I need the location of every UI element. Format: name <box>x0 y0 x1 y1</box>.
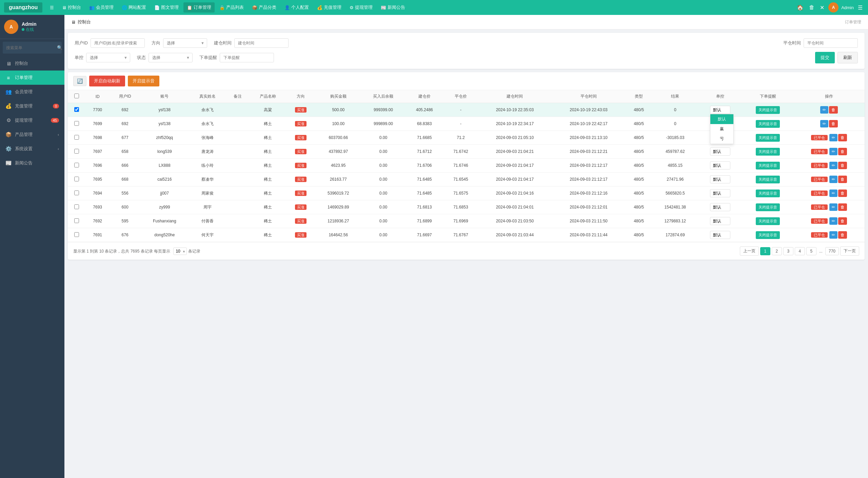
nav-personal[interactable]: 👤 个人配置 <box>281 2 312 13</box>
prev-page-button[interactable]: 上一页 <box>740 246 759 256</box>
reminder-button[interactable]: 关闭提示音 <box>756 162 780 170</box>
page-1-button[interactable]: 1 <box>760 247 770 255</box>
delete-button[interactable]: 🗑 <box>838 176 847 183</box>
nav-site-config[interactable]: 🌐 网站配置 <box>118 2 150 13</box>
single-ctrl-select[interactable]: 默认赢亏 <box>710 217 730 225</box>
search-input[interactable] <box>6 45 57 50</box>
nav-products[interactable]: 🔒 产品列表 <box>216 2 247 13</box>
nav-delete-icon[interactable]: 🗑 <box>808 3 816 12</box>
delete-button[interactable]: 🗑 <box>829 106 838 114</box>
nav-article[interactable]: 📄 图文管理 <box>151 2 182 13</box>
row-checkbox[interactable] <box>74 135 79 140</box>
reminder-button[interactable]: 关闭提示音 <box>756 231 780 239</box>
build-time-input[interactable] <box>234 38 289 48</box>
nav-members[interactable]: 👥 会员管理 <box>86 2 117 13</box>
single-ctrl-select[interactable]: 默认赢亏 <box>710 175 730 183</box>
single-ctrl-select[interactable]: 默认赢亏 <box>710 203 730 211</box>
dropdown-item[interactable]: 赢 <box>710 124 733 134</box>
single-ctrl-select[interactable]: 默认赢亏 <box>710 161 730 170</box>
reminder-button[interactable]: 关闭提示音 <box>756 106 780 114</box>
row-checkbox[interactable] <box>74 163 79 167</box>
user-id-input[interactable] <box>91 38 145 48</box>
refresh-button[interactable]: 刷新 <box>837 52 858 63</box>
sidebar-item-dashboard[interactable]: 🖥 控制台 <box>0 56 64 71</box>
row-checkbox[interactable] <box>74 191 79 195</box>
page-770-button[interactable]: 770 <box>825 247 839 255</box>
nav-dashboard[interactable]: 🖥 控制台 <box>59 2 84 13</box>
delete-button[interactable]: 🗑 <box>838 162 847 169</box>
sidebar-item-system[interactable]: ⚙️ 系统设置 ‹ <box>0 142 64 156</box>
nav-news[interactable]: 📰 新闻公告 <box>377 2 409 13</box>
single-ctrl-select[interactable]: 默认赢亏 <box>710 231 730 239</box>
next-page-button[interactable]: 下一页 <box>840 246 859 256</box>
reminder-button[interactable]: 关闭提示音 <box>756 120 780 128</box>
reminder-button[interactable]: 关闭提示音 <box>756 134 780 142</box>
sidebar-item-withdraw[interactable]: ⚙ 提现管理 45 <box>0 113 64 127</box>
single-ctrl-select[interactable]: 默认赢亏 <box>710 189 730 197</box>
edit-button[interactable]: ✏ <box>820 106 828 114</box>
nav-menu-toggle[interactable]: ☰ <box>46 3 57 12</box>
dropdown-item[interactable]: 默认 <box>710 114 733 124</box>
reminder-button[interactable]: 关闭提示音 <box>756 203 780 211</box>
edit-button[interactable]: ✏ <box>829 203 837 211</box>
status-select[interactable]: 选择 已平仓 持仓中 <box>149 53 193 62</box>
reminder-button[interactable]: 关闭提示音 <box>756 190 780 197</box>
edit-button[interactable]: ✏ <box>829 217 837 225</box>
auto-refresh-button[interactable]: 开启自动刷新 <box>89 76 125 86</box>
reminder-button[interactable]: 关闭提示音 <box>756 217 780 225</box>
close-time-input[interactable] <box>804 38 858 48</box>
reminder-button[interactable]: 关闭提示音 <box>756 148 780 156</box>
row-checkbox[interactable] <box>74 121 79 126</box>
single-ctrl-select[interactable]: 默认赢亏 <box>710 106 730 114</box>
delete-button[interactable]: 🗑 <box>838 231 847 239</box>
sidebar-item-orders[interactable]: ≡ 订单管理 <box>0 71 64 85</box>
row-checkbox[interactable] <box>74 107 79 112</box>
delete-button[interactable]: 🗑 <box>829 120 838 127</box>
row-checkbox[interactable] <box>74 204 79 209</box>
sidebar-item-product-mgmt[interactable]: 📦 产品管理 ‹ <box>0 127 64 142</box>
page-5-button[interactable]: 5 <box>806 247 816 255</box>
nav-orders[interactable]: 📋 订单管理 <box>183 2 215 13</box>
edit-button[interactable]: ✏ <box>829 134 837 141</box>
row-checkbox[interactable] <box>74 177 79 181</box>
nav-home-icon[interactable]: 🏠 <box>795 3 805 12</box>
nav-categories[interactable]: 📦 产品分类 <box>249 2 280 13</box>
single-ctrl-dropdown-wrapper[interactable]: 默认赢亏默认赢亏 <box>710 106 730 114</box>
select-all-checkbox[interactable] <box>74 94 79 98</box>
edit-button[interactable]: ✏ <box>820 120 828 127</box>
delete-button[interactable]: 🗑 <box>838 134 847 141</box>
delete-button[interactable]: 🗑 <box>838 203 847 211</box>
row-checkbox[interactable] <box>74 149 79 154</box>
nav-settings-icon[interactable]: ☰ <box>856 3 864 12</box>
sidebar-search[interactable]: 🔍 <box>3 42 62 54</box>
row-checkbox[interactable] <box>74 232 79 237</box>
sidebar-item-news[interactable]: 📰 新闻公告 <box>0 156 64 170</box>
delete-button[interactable]: 🗑 <box>838 148 847 155</box>
nav-recharge[interactable]: 💰 充值管理 <box>314 2 345 13</box>
edit-button[interactable]: ✏ <box>829 176 837 183</box>
table-refresh-button[interactable]: 🔄 <box>73 76 86 86</box>
nav-withdraw[interactable]: ⚙ 提现管理 <box>346 2 376 13</box>
direction-select[interactable]: 选择 买涨 买跌 <box>163 38 207 48</box>
single-ctrl-select[interactable]: 选择 默认 赢 亏 <box>86 53 130 62</box>
delete-button[interactable]: 🗑 <box>838 217 847 225</box>
page-2-button[interactable]: 2 <box>772 247 782 255</box>
sound-button[interactable]: 开启提示音 <box>128 76 159 86</box>
sidebar-item-recharge[interactable]: 💰 充值管理 0 <box>0 99 64 113</box>
submit-button[interactable]: 提交 <box>815 52 835 63</box>
edit-button[interactable]: ✏ <box>829 148 837 155</box>
row-checkbox[interactable] <box>74 218 79 223</box>
edit-button[interactable]: ✏ <box>829 162 837 169</box>
single-ctrl-select[interactable]: 默认赢亏 <box>710 147 730 156</box>
nav-fullscreen-icon[interactable]: ✕ <box>818 3 826 12</box>
per-page-select[interactable]: 10 20 50 <box>173 247 187 255</box>
edit-button[interactable]: ✏ <box>829 190 837 197</box>
page-3-button[interactable]: 3 <box>783 247 793 255</box>
delete-button[interactable]: 🗑 <box>838 190 847 197</box>
dropdown-item[interactable]: 亏 <box>710 134 733 144</box>
order-reminder-input[interactable] <box>220 53 274 62</box>
page-4-button[interactable]: 4 <box>795 247 805 255</box>
reminder-button[interactable]: 关闭提示音 <box>756 176 780 183</box>
sidebar-item-members[interactable]: 👥 会员管理 <box>0 85 64 99</box>
edit-button[interactable]: ✏ <box>829 231 837 239</box>
